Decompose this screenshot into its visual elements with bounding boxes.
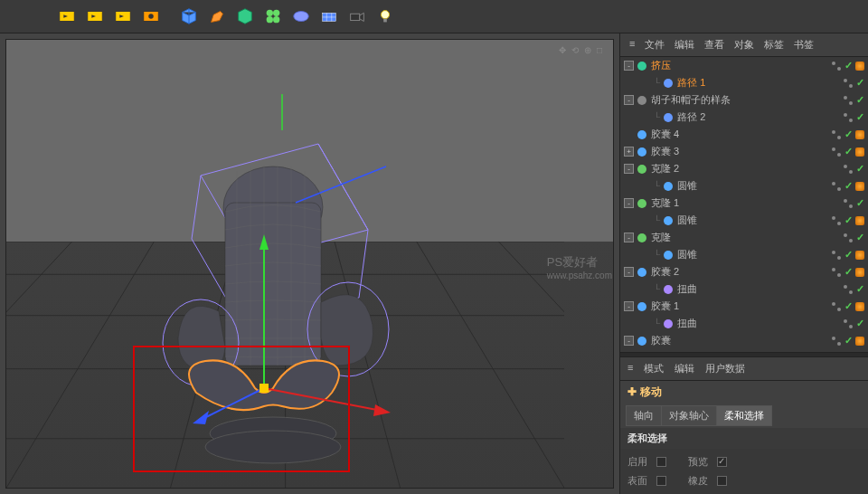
checkbox-surface[interactable] bbox=[656, 476, 666, 486]
expand-toggle[interactable]: - bbox=[624, 61, 634, 71]
menu-handle-icon[interactable]: ≡ bbox=[626, 36, 638, 53]
attr-edit[interactable]: 编辑 bbox=[673, 360, 696, 377]
attr-mode[interactable]: 模式 bbox=[642, 360, 665, 377]
check-icon[interactable]: ✓ bbox=[844, 214, 853, 226]
tree-row[interactable]: └圆锥✓ bbox=[620, 246, 868, 263]
tree-row[interactable]: 胶囊 4✓ bbox=[620, 126, 868, 143]
tree-row[interactable]: └扭曲✓ bbox=[620, 280, 868, 298]
material-tag-icon[interactable] bbox=[855, 182, 864, 191]
menu-file[interactable]: 文件 bbox=[641, 36, 668, 53]
visibility-dots-icon[interactable] bbox=[843, 112, 854, 123]
check-icon[interactable]: ✓ bbox=[844, 146, 853, 157]
visibility-dots-icon[interactable] bbox=[843, 78, 854, 89]
cube-button[interactable] bbox=[176, 4, 202, 29]
check-icon[interactable]: ✓ bbox=[844, 128, 853, 140]
visibility-dots-icon[interactable] bbox=[843, 95, 854, 106]
pen-button[interactable] bbox=[204, 4, 230, 29]
visibility-dots-icon[interactable] bbox=[831, 215, 842, 226]
menu-tags[interactable]: 标签 bbox=[760, 36, 788, 53]
tree-row[interactable]: └路径 1✓ bbox=[620, 74, 868, 91]
material-tag-icon[interactable] bbox=[855, 130, 864, 139]
checkbox-enable[interactable] bbox=[656, 457, 666, 467]
tree-row[interactable]: └路径 2✓ bbox=[620, 109, 868, 126]
expand-toggle[interactable]: - bbox=[624, 198, 634, 208]
material-tag-icon[interactable] bbox=[855, 216, 864, 225]
visibility-dots-icon[interactable] bbox=[831, 147, 842, 157]
menu-view[interactable]: 查看 bbox=[701, 36, 728, 53]
take2-button[interactable] bbox=[82, 4, 108, 29]
tree-row[interactable]: -克隆 1✓ bbox=[620, 195, 868, 212]
check-icon[interactable]: ✓ bbox=[844, 335, 853, 347]
check-icon[interactable]: ✓ bbox=[856, 232, 864, 243]
tree-row[interactable]: +胶囊 3✓ bbox=[620, 143, 868, 160]
tree-row[interactable]: └扭曲✓ bbox=[620, 349, 868, 352]
tree-row[interactable]: -克隆✓ bbox=[620, 229, 868, 246]
rotate-icon[interactable]: ⟲ bbox=[571, 45, 579, 55]
tab-object-axis[interactable]: 对象轴心 bbox=[661, 405, 717, 426]
visibility-dots-icon[interactable] bbox=[831, 61, 842, 71]
attr-handle-icon[interactable]: ≡ bbox=[626, 360, 635, 377]
take1-button[interactable] bbox=[54, 4, 80, 29]
pan-icon[interactable]: ✥ bbox=[559, 45, 566, 55]
metaball-button[interactable] bbox=[288, 4, 314, 29]
checkbox-preview[interactable] bbox=[717, 457, 727, 467]
expand-toggle[interactable]: - bbox=[624, 95, 634, 105]
light-button[interactable] bbox=[373, 4, 398, 29]
checkbox-rubber[interactable] bbox=[717, 476, 727, 486]
visibility-dots-icon[interactable] bbox=[843, 318, 854, 329]
tree-row[interactable]: └圆锥✓ bbox=[620, 177, 868, 195]
menu-edit[interactable]: 编辑 bbox=[671, 36, 698, 53]
visibility-dots-icon[interactable] bbox=[843, 164, 854, 175]
visibility-dots-icon[interactable] bbox=[831, 129, 842, 140]
3d-viewport[interactable]: ✥ ⟲ ⊕ □ bbox=[5, 39, 614, 489]
check-icon[interactable]: ✓ bbox=[856, 318, 864, 329]
check-icon[interactable]: ✓ bbox=[856, 94, 864, 106]
take3-button[interactable] bbox=[110, 4, 136, 29]
expand-toggle[interactable]: - bbox=[624, 301, 634, 311]
frame-icon[interactable]: □ bbox=[597, 45, 602, 55]
take4-button[interactable] bbox=[138, 4, 164, 29]
check-icon[interactable]: ✓ bbox=[856, 283, 864, 295]
tree-row[interactable]: -胶囊 1✓ bbox=[620, 298, 868, 315]
tree-row[interactable]: -胶囊✓ bbox=[620, 332, 868, 349]
material-tag-icon[interactable] bbox=[855, 147, 864, 157]
menu-object[interactable]: 对象 bbox=[731, 36, 758, 53]
visibility-dots-icon[interactable] bbox=[831, 267, 842, 278]
material-tag-icon[interactable] bbox=[855, 337, 864, 346]
visibility-dots-icon[interactable] bbox=[843, 233, 854, 243]
tree-row[interactable]: -挤压✓ bbox=[620, 57, 868, 74]
tab-axis[interactable]: 轴向 bbox=[626, 405, 662, 426]
visibility-dots-icon[interactable] bbox=[831, 250, 842, 261]
check-icon[interactable]: ✓ bbox=[856, 77, 864, 89]
expand-toggle[interactable]: - bbox=[624, 336, 634, 346]
camera-button[interactable] bbox=[344, 4, 370, 29]
visibility-dots-icon[interactable] bbox=[843, 284, 854, 295]
expand-toggle[interactable]: - bbox=[624, 233, 634, 242]
check-icon[interactable]: ✓ bbox=[844, 249, 853, 261]
expand-toggle[interactable]: - bbox=[624, 164, 634, 174]
visibility-dots-icon[interactable] bbox=[831, 336, 842, 347]
tree-row[interactable]: -胡子和帽子的样条✓ bbox=[620, 91, 868, 109]
check-icon[interactable]: ✓ bbox=[844, 180, 853, 192]
tree-row[interactable]: -克隆 2✓ bbox=[620, 160, 868, 177]
visibility-dots-icon[interactable] bbox=[831, 181, 842, 192]
check-icon[interactable]: ✓ bbox=[844, 300, 853, 312]
tree-row[interactable]: └扭曲✓ bbox=[620, 315, 868, 332]
material-tag-icon[interactable] bbox=[855, 302, 864, 311]
check-icon[interactable]: ✓ bbox=[856, 197, 864, 209]
attr-userdata[interactable]: 用户数据 bbox=[703, 360, 747, 377]
check-icon[interactable]: ✓ bbox=[856, 111, 864, 123]
tree-row[interactable]: -胶囊 2✓ bbox=[620, 263, 868, 280]
menu-bookmarks[interactable]: 书签 bbox=[790, 36, 817, 53]
expand-toggle[interactable]: + bbox=[624, 147, 634, 157]
object-tree[interactable]: -挤压✓└路径 1✓-胡子和帽子的样条✓└路径 2✓胶囊 4✓+胶囊 3✓-克隆… bbox=[620, 57, 868, 352]
visibility-dots-icon[interactable] bbox=[843, 198, 854, 209]
material-tag-icon[interactable] bbox=[855, 62, 864, 71]
check-icon[interactable]: ✓ bbox=[844, 60, 853, 71]
cloner-button[interactable] bbox=[260, 4, 286, 29]
plane-button[interactable] bbox=[316, 4, 342, 29]
check-icon[interactable]: ✓ bbox=[844, 266, 853, 278]
material-tag-icon[interactable] bbox=[855, 251, 864, 260]
subdiv-button[interactable] bbox=[232, 4, 258, 29]
zoom-icon[interactable]: ⊕ bbox=[584, 45, 591, 55]
